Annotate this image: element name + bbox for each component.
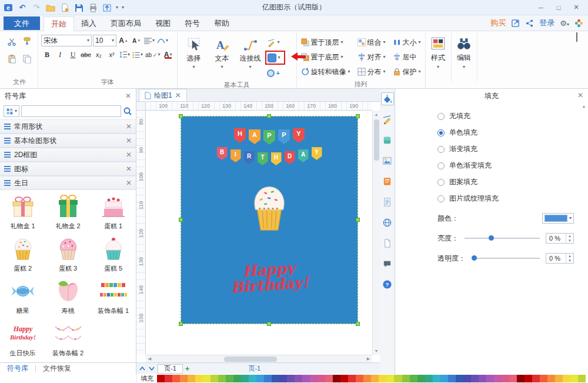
edit-button[interactable]: 编辑▾ bbox=[452, 32, 477, 82]
palette-swatch[interactable] bbox=[578, 375, 586, 382]
theme-color-icon[interactable] bbox=[574, 19, 583, 28]
document-tab-drawing1[interactable]: 绘图1 ✕ bbox=[139, 89, 187, 101]
size-button[interactable]: 大小▾ bbox=[392, 35, 422, 49]
palette-swatch[interactable] bbox=[241, 375, 249, 382]
hyperlink-globe-icon[interactable] bbox=[381, 216, 394, 229]
tab-symbols[interactable]: 符号 bbox=[178, 16, 207, 31]
maximize-button[interactable]: □ bbox=[550, 2, 567, 14]
palette-swatch[interactable] bbox=[471, 375, 479, 382]
palette-swatch[interactable] bbox=[524, 375, 532, 382]
feedback-icon[interactable] bbox=[511, 19, 520, 28]
page-panel-icon[interactable] bbox=[381, 237, 394, 249]
transparency-spinner[interactable]: 0 % ▲▼ bbox=[546, 253, 574, 264]
palette-swatch[interactable] bbox=[272, 375, 279, 382]
connector-tool-button[interactable]: 连接线▾ bbox=[237, 34, 264, 78]
selection-handle-e[interactable] bbox=[356, 218, 360, 222]
radio-icon[interactable] bbox=[437, 195, 445, 202]
palette-swatch[interactable] bbox=[463, 375, 471, 382]
fill-option-4[interactable]: 图案填充 bbox=[437, 177, 588, 187]
palette-swatch[interactable] bbox=[333, 375, 340, 382]
text-tool-button[interactable]: A 文本▾ bbox=[209, 34, 236, 78]
palette-swatch[interactable] bbox=[402, 375, 410, 382]
increase-font-button[interactable]: A▲ bbox=[118, 35, 129, 46]
palette-swatch[interactable] bbox=[226, 375, 233, 382]
selection-handle-s[interactable] bbox=[267, 322, 271, 326]
tab-file-recovery[interactable]: 文件恢复 bbox=[36, 363, 78, 374]
close-library-icon[interactable]: ✕ bbox=[125, 92, 131, 99]
page-tab-1[interactable]: 页-1 bbox=[158, 364, 183, 374]
palette-swatch[interactable] bbox=[157, 375, 165, 382]
strikethrough-button[interactable]: abc bbox=[80, 49, 92, 61]
quick-access-menu-icon[interactable]: ▾ bbox=[122, 5, 124, 10]
palette-swatch[interactable] bbox=[486, 375, 494, 382]
close-fill-panel-icon[interactable]: ✕ bbox=[577, 92, 583, 99]
palette-swatch[interactable] bbox=[325, 375, 333, 382]
library-section-common-shapes[interactable]: 常用形状 ✕ bbox=[0, 119, 136, 134]
shape-tool-highlight[interactable]: ▾ bbox=[265, 51, 285, 65]
palette-swatch[interactable] bbox=[547, 375, 555, 382]
library-section-birthday[interactable]: 生日 ✕ bbox=[0, 176, 136, 190]
palette-swatch[interactable] bbox=[165, 375, 172, 382]
send-to-back-button[interactable]: 置于底层▾ bbox=[300, 50, 352, 64]
bring-to-front-button[interactable]: 置于顶层▾ bbox=[300, 35, 352, 49]
transparency-slider-handle[interactable] bbox=[472, 255, 477, 261]
tab-home[interactable]: 开始 bbox=[44, 16, 74, 31]
drawing-canvas[interactable]: HAPPY BIRTHDAY Happy Birthday! bbox=[146, 111, 372, 355]
text-align-button[interactable]: ▾ bbox=[143, 35, 155, 46]
help-icon[interactable]: ? bbox=[381, 278, 394, 291]
image-panel-icon[interactable] bbox=[381, 154, 394, 167]
palette-swatch[interactable] bbox=[379, 375, 386, 382]
spell-check-button[interactable]: ab✓▾ bbox=[145, 49, 161, 61]
palette-swatch[interactable] bbox=[440, 375, 448, 382]
fill-color-picker[interactable]: ▾ bbox=[542, 213, 574, 224]
palette-swatch[interactable] bbox=[555, 375, 563, 382]
selection-handle-nw[interactable] bbox=[179, 114, 183, 118]
minimize-button[interactable]: ─ bbox=[532, 2, 550, 14]
group-button[interactable]: 组合▾ bbox=[356, 35, 387, 49]
paste-icon[interactable] bbox=[5, 53, 18, 65]
palette-swatch[interactable] bbox=[479, 375, 486, 382]
close-section-icon[interactable]: ✕ bbox=[126, 165, 132, 172]
selection-handle-ne[interactable] bbox=[356, 114, 360, 118]
palette-swatch[interactable] bbox=[195, 375, 203, 382]
note-panel-icon[interactable] bbox=[381, 175, 394, 188]
fill-panel-scrollbar[interactable]: ▲ bbox=[580, 104, 587, 372]
palette-swatch[interactable] bbox=[532, 375, 540, 382]
symbol-cake-3[interactable]: 蛋糕 3 bbox=[45, 235, 91, 277]
fill-panel-icon[interactable] bbox=[381, 92, 394, 105]
palette-swatch[interactable] bbox=[356, 375, 363, 382]
share-icon[interactable] bbox=[525, 19, 534, 28]
library-section-icons[interactable]: 图标 ✕ bbox=[0, 162, 136, 176]
symbol-banner-1[interactable]: 装饰条幅 1 bbox=[91, 277, 136, 319]
palette-swatch[interactable] bbox=[417, 375, 425, 382]
page-next-icon[interactable] bbox=[148, 366, 155, 371]
symbol-cake-5[interactable]: 蛋糕 5 bbox=[91, 235, 136, 277]
align-button[interactable]: 对齐▾ bbox=[356, 50, 387, 64]
radio-icon[interactable] bbox=[437, 179, 445, 186]
palette-swatch[interactable] bbox=[310, 375, 318, 382]
font-size-select[interactable]: 10▾ bbox=[93, 35, 116, 46]
palette-swatch[interactable] bbox=[340, 375, 348, 382]
palette-swatch[interactable] bbox=[279, 375, 287, 382]
redo-button[interactable]: ↷ bbox=[31, 2, 42, 13]
rotate-mirror-button[interactable]: 旋转和镜像▾ bbox=[300, 65, 352, 79]
transparency-slider[interactable] bbox=[472, 258, 540, 259]
ellipse-tool-button[interactable]: + bbox=[265, 66, 293, 79]
close-section-icon[interactable]: ✕ bbox=[126, 123, 132, 130]
close-section-icon[interactable]: ✕ bbox=[126, 151, 132, 158]
palette-swatch[interactable] bbox=[540, 375, 547, 382]
palette-swatch[interactable] bbox=[570, 375, 578, 382]
symbol-cake-2[interactable]: 蛋糕 2 bbox=[0, 235, 45, 277]
fill-option-1[interactable]: 单色填充 bbox=[437, 128, 588, 138]
export-button[interactable] bbox=[102, 2, 112, 13]
close-button[interactable]: ✕ bbox=[567, 2, 585, 14]
library-section-2d-block[interactable]: 2D框图 ✕ bbox=[0, 148, 136, 162]
export-dropdown-icon[interactable]: ▾ bbox=[116, 5, 118, 10]
open-file-button[interactable] bbox=[45, 2, 56, 13]
fill-option-2[interactable]: 渐变填充 bbox=[437, 144, 588, 154]
font-color-button[interactable]: A▾ bbox=[162, 49, 174, 61]
collapse-ribbon-button[interactable] bbox=[576, 34, 584, 42]
format-painter-icon[interactable] bbox=[21, 35, 34, 47]
palette-swatch[interactable] bbox=[287, 375, 295, 382]
symbol-banner-2[interactable]: 装饰条幅 2 bbox=[45, 319, 91, 362]
